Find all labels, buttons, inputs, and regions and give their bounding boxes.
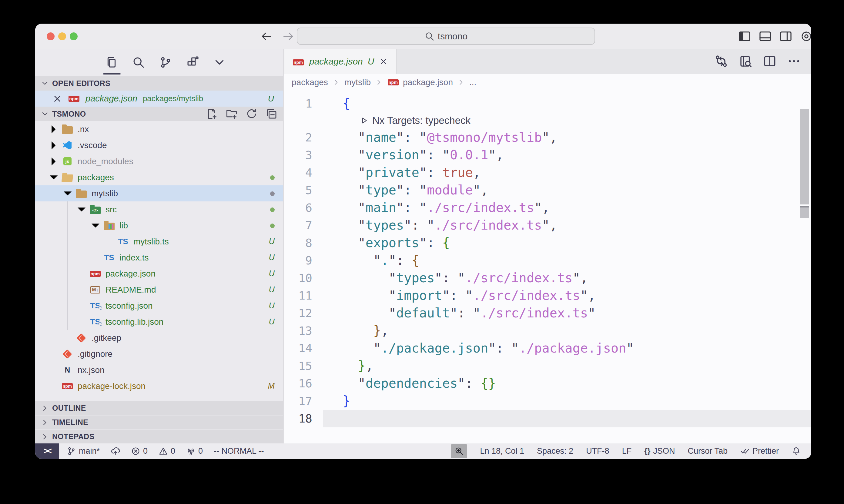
ports-status-label: 0: [198, 447, 203, 456]
code-line-13[interactable]: 13 },: [284, 322, 811, 340]
tree-item-mytslib[interactable]: mytslib: [35, 185, 283, 201]
ellipsis-icon[interactable]: [787, 54, 801, 68]
eol[interactable]: LF: [622, 447, 632, 456]
tree-item-package-lock.json[interactable]: npm package-lock.json M: [35, 378, 283, 394]
code-editor[interactable]: 1{Nx Targets: typecheck2 "name": "@tsmon…: [284, 91, 811, 444]
notifications[interactable]: [792, 447, 801, 456]
tree-item-.gitignore[interactable]: .gitignore: [35, 346, 283, 362]
code-line-16[interactable]: 16 "dependencies": {}: [284, 375, 811, 392]
codelens-nx-targets[interactable]: Nx Targets: typecheck: [284, 112, 811, 129]
tree-item-tsconfig.json[interactable]: TS tsconfig.json U: [35, 298, 283, 314]
toggle-panel-button[interactable]: [758, 30, 772, 43]
tree-item-packages[interactable]: packages: [35, 169, 283, 185]
git-status-badge: U: [269, 253, 275, 262]
explorer-header[interactable]: TSMONO: [35, 107, 283, 121]
breadcrumb-item[interactable]: mytslib: [344, 77, 371, 87]
code-line-10[interactable]: 10 "types": "./src/index.ts",: [284, 269, 811, 287]
tree-item-node_modules[interactable]: js node_modules: [35, 153, 283, 169]
close-icon[interactable]: [52, 94, 63, 104]
code-line-8[interactable]: 8 "exports": {: [284, 234, 811, 252]
remote-indicator[interactable]: ><: [35, 444, 59, 459]
indentation[interactable]: Spaces: 2: [537, 447, 573, 456]
breadcrumb-item[interactable]: npmpackage.json: [387, 77, 453, 88]
activity-search-button[interactable]: [132, 56, 145, 69]
explorer-title: TSMONO: [52, 110, 86, 119]
go-back-button[interactable]: [260, 30, 273, 43]
new-folder-icon[interactable]: [226, 108, 238, 120]
code-line-12[interactable]: 12 "default": "./src/index.ts": [284, 304, 811, 322]
tree-item-label: lib: [119, 221, 128, 231]
open-editor-label: package.json: [86, 94, 137, 104]
tree-item-mytslib.ts[interactable]: TS mytslib.ts U: [35, 234, 283, 250]
publish-status[interactable]: [111, 447, 120, 456]
tree-item-tsconfig.lib.json[interactable]: TS tsconfig.lib.json U: [35, 314, 283, 330]
open-editors-header[interactable]: OPEN EDITORS: [35, 76, 283, 91]
ports-status[interactable]: 0: [186, 447, 203, 456]
activity-files-button[interactable]: [105, 56, 118, 69]
activity-source-control-button[interactable]: [159, 56, 172, 69]
tree-item-.nx[interactable]: .nx: [35, 121, 283, 137]
code-line-9[interactable]: 9 ".": {: [284, 252, 811, 269]
zoom-window-button[interactable]: [70, 32, 77, 40]
code-line-1[interactable]: 1{: [284, 95, 811, 112]
code-line-7[interactable]: 7 "types": "./src/index.ts",: [284, 217, 811, 234]
formatter[interactable]: Prettier: [740, 447, 779, 456]
code-line-2[interactable]: 2 "name": "@tsmono/mytslib",: [284, 129, 811, 146]
encoding[interactable]: UTF-8: [586, 447, 609, 456]
collapse-all-icon[interactable]: [265, 108, 278, 120]
tree-item-README.md[interactable]: M↓ README.md U: [35, 282, 283, 298]
chevron-down-icon: [41, 79, 49, 88]
code-line-5[interactable]: 5 "type": "module",: [284, 181, 811, 199]
cloud-upload-icon: [111, 447, 120, 456]
search-editor-icon[interactable]: [739, 54, 753, 68]
code-line-3[interactable]: 3 "version": "0.0.1",: [284, 146, 811, 164]
zoom-indicator[interactable]: [451, 444, 467, 458]
tree-item-package.json[interactable]: npm package.json U: [35, 266, 283, 282]
section-outline[interactable]: OUTLINE: [35, 401, 283, 415]
code-line-18[interactable]: 18: [284, 410, 811, 427]
code-line-4[interactable]: 4 "private": true,: [284, 164, 811, 181]
tree-item-.gitkeep[interactable]: .gitkeep: [35, 330, 283, 346]
code-line-6[interactable]: 6 "main": "./src/index.ts",: [284, 199, 811, 217]
settings-gear-button[interactable]: [800, 30, 811, 43]
git-file-icon: [75, 333, 87, 343]
editor-scrollbar[interactable]: [800, 109, 809, 204]
tab-close-icon[interactable]: [379, 57, 388, 66]
tree-item-lib[interactable]: lib: [35, 217, 283, 234]
new-file-icon[interactable]: [206, 108, 218, 120]
cursor-position[interactable]: Ln 18, Col 1: [480, 447, 524, 456]
tree-item-nx.json[interactable]: N nx.json: [35, 362, 283, 378]
errors-count[interactable]: 0: [131, 447, 148, 456]
close-window-button[interactable]: [47, 32, 55, 40]
activity-extensions-button[interactable]: [186, 56, 199, 69]
command-center-search[interactable]: tsmono: [297, 28, 595, 45]
tree-item-label: .gitkeep: [91, 333, 121, 343]
breadcrumb-item[interactable]: ...: [469, 77, 476, 87]
tab-package-json[interactable]: npm package.json U: [285, 49, 397, 74]
section-timeline[interactable]: TIMELINE: [35, 415, 283, 429]
tree-item-index.ts[interactable]: TS index.ts U: [35, 250, 283, 266]
breadcrumb-item[interactable]: packages: [292, 77, 328, 87]
tree-item-.vscode[interactable]: .vscode: [35, 137, 283, 153]
branch-status[interactable]: main*: [67, 447, 100, 456]
refresh-icon[interactable]: [245, 108, 258, 120]
warnings-count[interactable]: 0: [158, 447, 175, 456]
code-line-11[interactable]: 11 "import": "./src/index.ts",: [284, 287, 811, 304]
toggle-secondary-sidebar-button[interactable]: [779, 30, 792, 43]
open-editor-item[interactable]: npm package.json packages/mytslib U: [35, 91, 283, 107]
vim-mode[interactable]: -- NORMAL --: [214, 447, 264, 456]
section-notepads[interactable]: NOTEPADS: [35, 429, 283, 444]
toggle-primary-sidebar-button[interactable]: [738, 30, 751, 43]
code-line-17[interactable]: 17}: [284, 392, 811, 410]
code-line-14[interactable]: 14 "./package.json": "./package.json": [284, 340, 811, 357]
minimize-window-button[interactable]: [58, 32, 66, 40]
editor-scrollbar-annotation[interactable]: [800, 206, 809, 218]
code-line-15[interactable]: 15 },: [284, 357, 811, 375]
compare-changes-icon[interactable]: [714, 54, 728, 68]
cursor-tab[interactable]: Cursor Tab: [688, 447, 728, 456]
split-editor-icon[interactable]: [763, 54, 777, 68]
go-forward-button[interactable]: [282, 30, 295, 43]
activity-chevron-down-button[interactable]: [213, 56, 226, 69]
tree-item-src[interactable]: </> src: [35, 201, 283, 217]
language-mode[interactable]: {}JSON: [644, 447, 675, 456]
